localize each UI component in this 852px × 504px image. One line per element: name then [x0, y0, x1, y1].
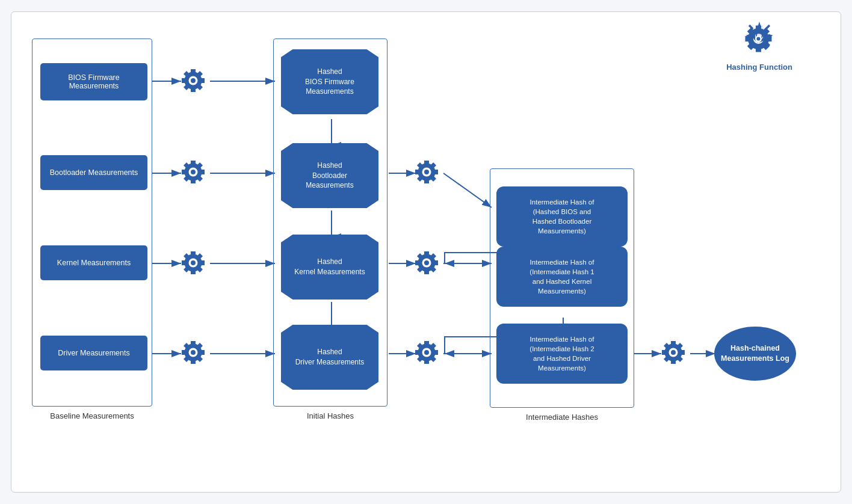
driver-rect: Driver Measurements	[40, 336, 147, 370]
hashed-bootloader-oct: Hashed Bootloader Measurements	[281, 143, 378, 208]
svg-point-42	[671, 350, 676, 355]
driver-combine-gear	[413, 339, 441, 369]
output-hash-gear	[660, 339, 688, 369]
hashed-driver-oct: Hashed Driver Measurements	[281, 325, 378, 390]
baseline-group-label: Baseline Measurements	[50, 411, 134, 420]
int-hash-3: Intermediate Hash of (Intermediate Hash …	[496, 324, 628, 384]
svg-point-34	[191, 350, 196, 355]
kernel-combine-gear	[413, 250, 441, 280]
intermediate-group-label: Intermediate Hashes	[526, 413, 598, 422]
bootloader-hash-gear	[180, 159, 208, 189]
svg-point-30	[191, 170, 196, 174]
kernel-hash-gear	[180, 250, 208, 280]
int-hash-1: Intermediate Hash of (Hashed BIOS and Ha…	[496, 186, 628, 247]
svg-point-40	[424, 350, 429, 355]
hashed-bios-oct: Hashed BIOS Firmware Measurements	[281, 49, 378, 114]
bios-hash-gear	[180, 67, 208, 97]
driver-hash-gear	[180, 339, 208, 369]
hashed-kernel-oct: Hashed Kernel Measurements	[281, 235, 378, 300]
svg-point-28	[191, 78, 196, 83]
svg-point-38	[424, 260, 429, 265]
diagram-area: Baseline Measurements BIOS Firmware Meas…	[23, 30, 806, 481]
bootloader-rect: Bootloader Measurements	[40, 155, 147, 190]
diagram-container: Hashing Function	[11, 11, 841, 493]
bios-rect: BIOS Firmware Measurements	[40, 63, 147, 100]
bootloader-combine-gear	[413, 159, 441, 189]
kernel-rect: Kernel Measurements	[40, 245, 147, 280]
svg-point-32	[191, 260, 196, 265]
initial-group-label: Initial Hashes	[307, 411, 354, 420]
int-hash-2: Intermediate Hash of (Intermediate Hash …	[496, 247, 628, 307]
svg-line-20	[443, 173, 492, 207]
svg-point-36	[424, 170, 429, 174]
output-ellipse: Hash-chained Measurements Log	[714, 327, 796, 381]
